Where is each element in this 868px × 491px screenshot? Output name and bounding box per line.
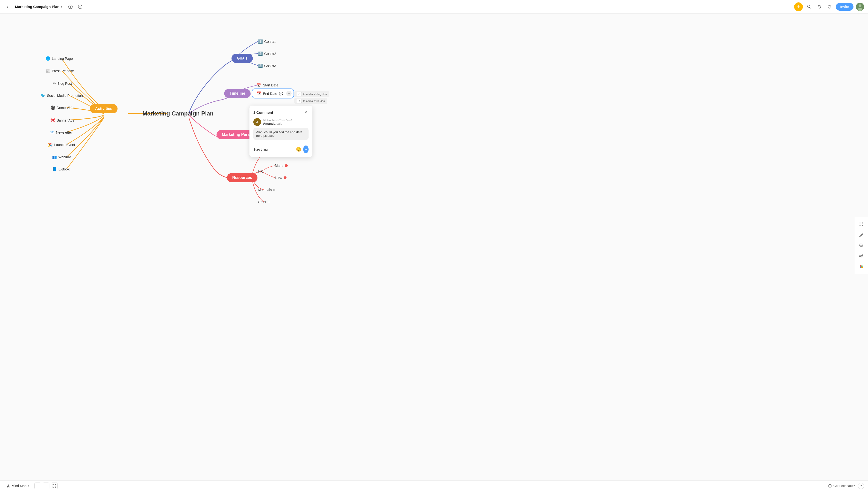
comment-author: Amanda [263, 122, 276, 125]
svg-point-10 [862, 225, 863, 226]
landing-page-icon: 🌐 [46, 56, 50, 61]
comment-header: 1 Comment ✕ [253, 110, 309, 115]
svg-point-9 [860, 225, 861, 226]
info-button[interactable]: i [67, 3, 74, 11]
center-node[interactable]: Marketing Campaign Plan [142, 110, 213, 117]
zoom-in-button[interactable]: + [42, 483, 50, 489]
avatar [856, 3, 864, 11]
demo-video-icon: 🎥 [50, 105, 55, 110]
leaf-ebook[interactable]: 📘 E-Book [52, 167, 69, 171]
invite-button[interactable]: Invite [836, 3, 853, 11]
leaf-blog-post[interactable]: ✏ Blog Post [53, 81, 72, 86]
child-hint: ⇥ to add a child idea [294, 98, 327, 104]
comment-reply-input[interactable] [253, 148, 294, 151]
redo-button[interactable] [826, 3, 833, 11]
start-date[interactable]: 📅 Start Date [257, 83, 278, 87]
leaf-demo-video[interactable]: 🎥 Demo Video [50, 105, 75, 110]
other-item[interactable]: Other ⊞ [258, 200, 270, 204]
svg-point-6 [858, 8, 862, 11]
comment-said: said [277, 122, 282, 125]
timeline-label: Timeline [230, 91, 245, 96]
document-title: Marketing Campaign Plan [15, 5, 59, 9]
feedback-button[interactable]: Got Feedback? [828, 484, 855, 488]
marie-dot [285, 164, 288, 167]
connections-layer [0, 13, 868, 480]
goal-2[interactable]: 2️⃣ Goal #2 [258, 51, 276, 56]
grid-tool-button[interactable] [857, 220, 866, 229]
header-right: + Invite [794, 2, 864, 11]
goal-3[interactable]: 3️⃣ Goal #3 [258, 63, 276, 68]
svg-point-15 [860, 265, 861, 267]
emoji-button[interactable]: 😊 [296, 146, 301, 153]
marie-item[interactable]: Marie [275, 164, 288, 168]
svg-text:i: i [70, 6, 71, 8]
comment-count-icon: 💬 [279, 91, 283, 95]
draw-tool-button[interactable] [857, 230, 866, 239]
bottom-right: Got Feedback? ? [828, 483, 864, 489]
end-date-label: End Date [263, 91, 277, 95]
leaf-press-release[interactable]: 📰 Press Release [46, 68, 74, 73]
send-button[interactable]: → [303, 145, 309, 153]
svg-point-12 [860, 256, 861, 257]
bottom-bar: Mind Map ▾ − + Got Feedback? ? [0, 480, 868, 491]
blog-post-icon: ✏ [53, 81, 56, 86]
comment-meta: A A FEW SECONDS AGO Amanda said [253, 118, 309, 126]
map-type-label: Mind Map [11, 484, 26, 488]
timeline-node[interactable]: Timeline [224, 89, 251, 98]
leaf-banner-ads[interactable]: 🎀 Banner Ads [50, 118, 74, 122]
hr-item[interactable]: HR [258, 170, 263, 173]
comment-title: 1 Comment [253, 110, 273, 115]
header-left: ‹ Marketing Campaign Plan ▾ i [4, 3, 84, 11]
download-button[interactable] [76, 3, 84, 11]
comment-close-button[interactable]: ✕ [303, 110, 309, 115]
goal-1[interactable]: 1️⃣ Goal #1 [258, 39, 276, 44]
undo-button[interactable] [815, 3, 823, 11]
color-tool-button[interactable] [857, 262, 866, 271]
back-button[interactable]: ‹ [4, 3, 11, 10]
leaf-launch-event[interactable]: 🎉 Launch Event [48, 142, 75, 147]
add-end-date-btn[interactable]: + [286, 91, 292, 96]
zoom-tool-button[interactable] [857, 241, 866, 250]
add-button[interactable]: + [794, 2, 803, 11]
commenter-avatar: A [253, 118, 261, 126]
svg-point-17 [860, 267, 861, 268]
leaf-newsletter[interactable]: 📧 Newsletter [50, 130, 72, 135]
zoom-controls: − + [34, 483, 58, 489]
connect-tool-button[interactable] [857, 252, 866, 261]
ebook-icon: 📘 [52, 167, 57, 171]
materials-item[interactable]: Materials ⊞ [258, 188, 276, 192]
help-button[interactable]: ? [858, 483, 864, 489]
resources-label: Resources [232, 176, 252, 180]
comment-time: A FEW SECONDS AGO [263, 118, 292, 121]
fit-button[interactable] [51, 483, 58, 489]
press-release-icon: 📰 [46, 68, 50, 73]
svg-point-7 [860, 223, 861, 224]
leaf-webinar[interactable]: 👥 Webinar [52, 155, 71, 159]
newsletter-icon: 📧 [50, 130, 55, 135]
map-type-button[interactable]: Mind Map ▾ [4, 483, 31, 489]
leaf-landing-page[interactable]: 🌐 Landing Page [46, 56, 73, 61]
luka-item[interactable]: Luka [275, 176, 287, 180]
header: ‹ Marketing Campaign Plan ▾ i + Invite [0, 0, 868, 13]
svg-point-8 [862, 223, 863, 224]
right-toolbar [854, 217, 868, 274]
zoom-out-button[interactable]: − [34, 483, 41, 489]
resources-node[interactable]: Resources [227, 173, 257, 182]
sibling-hint: ↵ to add a sibling idea [294, 91, 329, 97]
svg-point-16 [861, 265, 863, 267]
svg-point-18 [861, 267, 863, 268]
social-media-icon: 🐦 [41, 93, 46, 98]
title-area[interactable]: Marketing Campaign Plan ▾ [12, 4, 65, 10]
center-label: Marketing Campaign Plan [142, 110, 213, 117]
activities-node[interactable]: Activities [90, 104, 117, 113]
search-button[interactable] [805, 3, 813, 11]
webinar-icon: 👥 [52, 155, 57, 159]
comment-input-row: 😊 → [253, 143, 309, 153]
launch-event-icon: 🎉 [48, 142, 53, 147]
svg-point-3 [807, 5, 810, 8]
svg-point-13 [862, 255, 863, 256]
goals-node[interactable]: Goals [232, 54, 253, 63]
leaf-social-media[interactable]: 🐦 Social Media Promotions [41, 93, 85, 98]
svg-point-14 [862, 257, 863, 258]
comment-popup: 1 Comment ✕ A A FEW SECONDS AGO Amanda s… [250, 106, 312, 157]
